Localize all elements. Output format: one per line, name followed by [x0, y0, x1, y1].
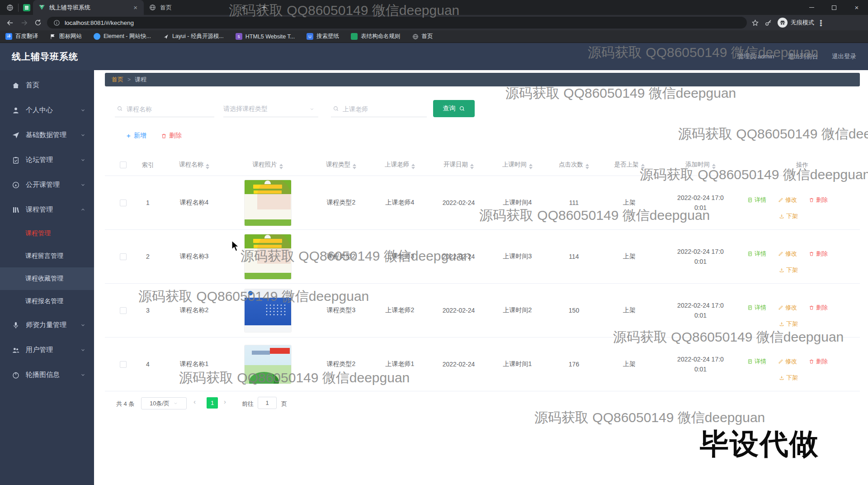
- row-checkbox[interactable]: [120, 200, 127, 206]
- window-maximize-button[interactable]: [823, 0, 845, 15]
- sort-icon[interactable]: [585, 164, 589, 169]
- globe-icon[interactable]: [6, 4, 14, 11]
- delete-button[interactable]: 删除: [161, 132, 182, 140]
- sidebar-item-forum[interactable]: 论坛管理: [0, 147, 94, 172]
- offshelf-link[interactable]: 下架: [779, 374, 798, 382]
- pagination-unit-label: 页: [281, 400, 287, 408]
- detail-link[interactable]: 详情: [747, 357, 766, 366]
- delete-link[interactable]: 删除: [809, 357, 828, 366]
- search-button[interactable]: 查询: [433, 100, 475, 117]
- sidebar-subitem-course-favorite[interactable]: 课程收藏管理: [0, 267, 94, 290]
- back-icon[interactable]: [6, 19, 14, 27]
- add-button[interactable]: 新增: [126, 132, 146, 140]
- edit-link[interactable]: 修改: [778, 357, 797, 366]
- bookmark-baidu-translate[interactable]: 译百度翻译: [5, 33, 38, 40]
- window-minimize-button[interactable]: [800, 0, 823, 15]
- pagination-prev-icon[interactable]: ‹: [193, 398, 196, 405]
- bookmark-homepage[interactable]: 首页: [412, 33, 433, 40]
- delete-link[interactable]: 删除: [809, 196, 828, 204]
- close-icon[interactable]: ×: [239, 4, 247, 11]
- table-row: 2 课程名称3 课程类型2 上课老师3 2022-02-24 上课时间3 114…: [105, 230, 860, 284]
- sidebar-subitem-course-message[interactable]: 课程留言管理: [0, 245, 94, 267]
- chevron-down-icon: [80, 132, 86, 138]
- admin-user-label: 管理员 admin: [737, 52, 774, 61]
- sort-icon[interactable]: [641, 164, 645, 169]
- window-close-button[interactable]: ×: [845, 0, 868, 15]
- course-name-input[interactable]: [115, 101, 214, 117]
- sort-icon[interactable]: [353, 164, 356, 169]
- bookmark-html5[interactable]: 5HTML5 Website T...: [236, 33, 295, 40]
- sidebar-subitem-course-mgmt[interactable]: 课程管理: [0, 222, 94, 245]
- tab-admin-system[interactable]: 线上辅导班系统 ×: [33, 0, 144, 15]
- tab-divider: [18, 4, 19, 12]
- page-size-select[interactable]: 10条/页: [141, 397, 187, 409]
- offshelf-link[interactable]: 下架: [779, 266, 798, 274]
- sort-icon[interactable]: [411, 164, 415, 169]
- sort-icon[interactable]: [279, 164, 283, 169]
- info-icon[interactable]: [53, 19, 60, 26]
- sort-icon[interactable]: [712, 164, 716, 169]
- bookmark-layui[interactable]: Layui - 经典开源模...: [163, 33, 224, 40]
- delete-link[interactable]: 删除: [809, 250, 828, 258]
- sidebar-item-basic-data[interactable]: 基础数据管理: [0, 123, 94, 147]
- sort-icon[interactable]: [470, 164, 474, 169]
- detail-link[interactable]: 详情: [747, 196, 766, 204]
- row-checkbox[interactable]: [120, 307, 127, 314]
- sidebar-item-teacher-mgmt[interactable]: 师资力量管理: [0, 313, 94, 338]
- bookmark-element[interactable]: Element - 网站快...: [94, 33, 151, 40]
- document-icon: [747, 305, 753, 310]
- exit-to-front-link[interactable]: 退出到前台: [788, 52, 819, 61]
- bookmark-star-icon[interactable]: [751, 19, 759, 27]
- chevron-down-icon: [80, 107, 86, 113]
- tab-home[interactable]: 首页 ×: [144, 0, 251, 15]
- sidebar-item-public-course[interactable]: 公开课管理: [0, 172, 94, 197]
- pagination-next-icon[interactable]: ›: [224, 398, 226, 405]
- browser-menu-icon[interactable]: •••: [820, 19, 822, 26]
- course-photo[interactable]: [245, 345, 291, 384]
- sidebar-item-home[interactable]: 首页: [0, 73, 94, 98]
- pen-icon: [778, 197, 783, 203]
- row-checkbox[interactable]: [120, 361, 127, 368]
- sidebar-item-user-mgmt[interactable]: 用户管理: [0, 338, 94, 362]
- course-photo[interactable]: [245, 180, 291, 226]
- logout-link[interactable]: 退出登录: [832, 52, 856, 61]
- sheet-icon: [351, 33, 358, 40]
- bookmark-icon-site[interactable]: 图标网站: [50, 33, 82, 40]
- sort-icon[interactable]: [529, 164, 533, 169]
- pinned-sheet-tab-icon[interactable]: [23, 4, 30, 11]
- edit-link[interactable]: 修改: [778, 196, 797, 204]
- browser-tab-bar: 线上辅导班系统 × 首页 × + ×: [0, 0, 868, 15]
- refresh-icon[interactable]: [34, 19, 42, 26]
- pagination-goto-input[interactable]: [258, 397, 277, 409]
- course-photo[interactable]: [245, 234, 291, 279]
- delete-link[interactable]: 删除: [809, 304, 828, 312]
- forward-icon[interactable]: [20, 19, 28, 27]
- course-photo[interactable]: [245, 289, 291, 332]
- select-all-checkbox[interactable]: [120, 162, 127, 168]
- incognito-badge[interactable]: 无痕模式: [778, 18, 814, 28]
- detail-link[interactable]: 详情: [747, 250, 766, 258]
- sidebar-item-carousel[interactable]: 轮播图信息: [0, 362, 94, 387]
- breadcrumb-home[interactable]: 首页: [112, 76, 123, 84]
- offshelf-link[interactable]: 下架: [779, 320, 798, 328]
- course-type-select[interactable]: 请选择课程类型: [223, 101, 318, 117]
- close-icon[interactable]: ×: [132, 4, 139, 11]
- sidebar-item-course-mgmt[interactable]: 课程管理: [0, 197, 94, 222]
- row-checkbox[interactable]: [120, 253, 127, 260]
- edit-link[interactable]: 修改: [778, 304, 797, 312]
- offshelf-link[interactable]: 下架: [779, 212, 798, 220]
- key-icon[interactable]: [764, 19, 772, 27]
- address-bar[interactable]: localhost:8081/#/kecheng: [47, 17, 747, 29]
- teacher-input[interactable]: [331, 101, 427, 117]
- sidebar-item-personal-center[interactable]: 个人中心: [0, 98, 94, 123]
- pen-icon: [778, 359, 783, 364]
- sort-icon[interactable]: [206, 164, 209, 169]
- column-header: 点击次数: [546, 161, 602, 169]
- detail-link[interactable]: 详情: [747, 304, 766, 312]
- new-tab-button[interactable]: +: [261, 3, 267, 12]
- pagination-page-1[interactable]: 1: [207, 397, 218, 409]
- bookmark-naming-rules[interactable]: 表结构命名规则: [351, 33, 401, 40]
- bookmark-wallpaper[interactable]: U搜索壁纸: [307, 33, 339, 40]
- sidebar-subitem-course-signup[interactable]: 课程报名管理: [0, 290, 94, 313]
- edit-link[interactable]: 修改: [778, 250, 797, 258]
